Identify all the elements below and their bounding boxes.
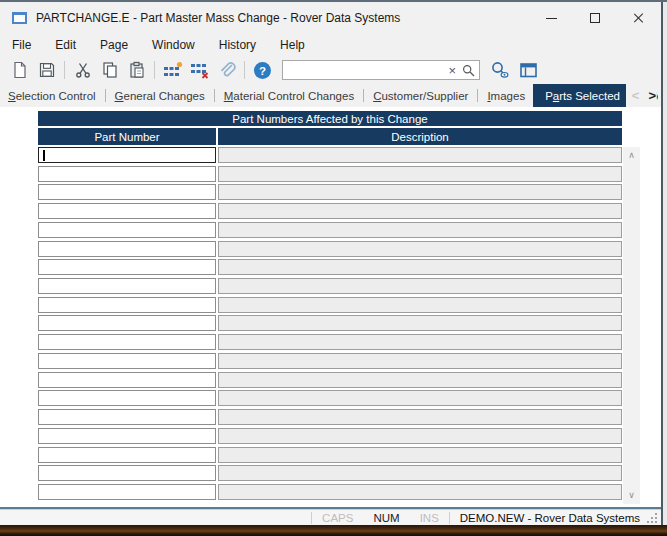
attachment-button[interactable] [213,58,240,82]
close-button[interactable] [617,2,661,34]
description-cell [218,428,622,444]
maximize-button[interactable] [573,2,617,34]
part-number-cell[interactable] [38,241,216,257]
window-controls [529,2,661,34]
paste-icon [128,61,146,79]
tab-general-changes[interactable]: General Changes [107,85,213,107]
copy-button[interactable] [96,58,123,82]
description-cell [218,465,622,481]
description-cell [218,334,622,350]
grid-row [38,390,622,406]
menu-file[interactable]: File [2,35,41,55]
grid-body [38,147,622,503]
text-caret [43,150,45,161]
part-number-cell[interactable] [38,184,216,200]
grid-row [38,241,622,257]
form-view-icon [519,61,538,79]
grid-row [38,147,622,163]
grid-row [38,428,622,444]
grid-row [38,409,622,425]
scroll-down-icon[interactable]: ∨ [628,487,635,504]
grid-row [38,353,622,369]
part-number-cell[interactable] [38,278,216,294]
close-icon [633,12,645,24]
session-label: DEMO.NEW - Rover Data Systems [450,512,644,524]
delete-row-button[interactable] [186,58,213,82]
desktop-background [0,525,667,536]
toolbar-separator [64,61,65,79]
toolbar: ? × [0,56,661,84]
insert-row-button[interactable] [159,58,186,82]
grid-row [38,447,622,463]
menu-bar: File Edit Page Window History Help [0,34,661,56]
help-icon: ? [253,61,272,80]
tab-separator [214,89,215,102]
maximize-icon [590,13,600,23]
caps-lock-indicator: CAPS [312,512,363,524]
form-view-button[interactable] [515,58,542,82]
vertical-scrollbar[interactable]: ∧ ∨ [623,147,640,504]
tab-material-control-changes[interactable]: Material Control Changes [216,85,362,107]
menu-help[interactable]: Help [270,35,315,55]
part-number-cell[interactable] [38,166,216,182]
new-icon [11,61,29,79]
part-number-cell[interactable] [38,203,216,219]
screen: PARTCHANGE.E - Part Master Mass Change -… [0,0,667,536]
attachment-icon [218,61,236,79]
part-number-cell[interactable] [38,390,216,406]
part-number-cell[interactable] [38,222,216,238]
new-button[interactable] [6,58,33,82]
tab-parts-selected[interactable]: Parts Selected [533,84,632,107]
grid-row [38,334,622,350]
scroll-up-icon[interactable]: ∧ [628,147,635,164]
part-number-cell[interactable] [38,297,216,313]
insert-mode-indicator: INS [410,512,449,524]
search-icon[interactable] [460,64,479,77]
part-number-cell[interactable] [38,259,216,275]
part-number-cell[interactable] [38,484,216,500]
search-input[interactable] [283,62,444,78]
save-button[interactable] [33,58,60,82]
delete-row-icon [190,61,210,79]
description-cell [218,241,622,257]
tab-scroll-right-icon[interactable]: > [648,88,656,103]
grid-banner: Part Numbers Affected by this Change [38,111,622,126]
part-number-cell[interactable] [38,334,216,350]
copy-icon [101,61,119,79]
part-number-cell[interactable] [38,409,216,425]
part-number-cell[interactable] [38,315,216,331]
lookup-icon [490,61,510,79]
cut-icon [74,61,92,79]
grid-row [38,297,622,313]
part-number-cell[interactable] [38,353,216,369]
lookup-button[interactable] [485,58,515,82]
menu-history[interactable]: History [209,35,266,55]
help-button[interactable]: ? [249,58,276,82]
minimize-icon [546,18,557,19]
part-number-cell[interactable] [38,372,216,388]
part-number-cell[interactable] [38,147,216,163]
tab-customer-supplier[interactable]: Customer/Supplier [365,85,476,107]
part-number-cell[interactable] [38,447,216,463]
paste-button[interactable] [123,58,150,82]
title-bar[interactable]: PARTCHANGE.E - Part Master Mass Change -… [0,2,661,34]
part-number-cell[interactable] [38,428,216,444]
menu-page[interactable]: Page [90,35,138,55]
toolbar-separator [154,61,155,79]
description-cell [218,259,622,275]
tab-scroll-left-icon[interactable]: < [632,88,640,103]
column-header-part-number: Part Number [38,128,216,145]
part-number-cell[interactable] [38,465,216,481]
tab-images[interactable]: Images [479,85,533,107]
tab-selection-control[interactable]: Selection Control [0,85,104,107]
num-lock-indicator: NUM [363,512,409,524]
search-clear-icon[interactable]: × [444,64,460,77]
resize-grip[interactable] [644,510,660,525]
menu-edit[interactable]: Edit [45,35,86,55]
description-cell [218,203,622,219]
grid-row [38,222,622,238]
minimize-button[interactable] [529,2,573,34]
menu-window[interactable]: Window [142,35,205,55]
app-window-icon [12,12,27,24]
cut-button[interactable] [69,58,96,82]
